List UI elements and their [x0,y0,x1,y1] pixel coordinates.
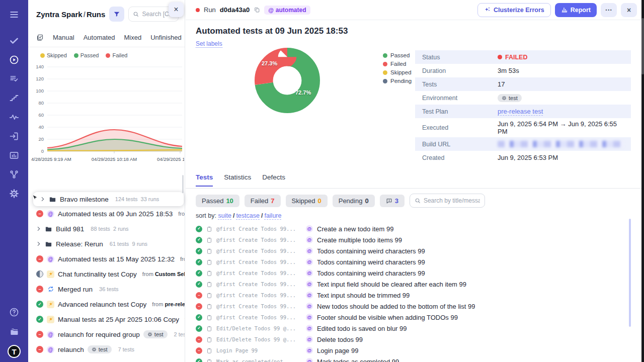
run-title: Automated tests at 09 Jun 2025 18:53 [196,26,348,36]
passed-percent-label: 72.7% [295,89,311,96]
more-button[interactable]: ··· [601,3,617,17]
run-row[interactable]: – @ Automated tests at 15 May 2025 12:32… [28,251,185,266]
chevron-right-icon[interactable] [36,241,41,246]
run-row[interactable]: ✓ Manual tests at 25 Apr 2025 10:06 Copy… [28,312,185,327]
filter-pending-button[interactable]: Pending0 [333,195,375,207]
report-button[interactable]: Report [555,3,597,17]
sort-by-failure-link[interactable]: failure [264,212,281,220]
test-row[interactable]: ✓ @first Create Todos 99... @ Create mul… [196,234,634,245]
passed-status-icon: ✓ [36,301,43,308]
test-row[interactable]: ✓ @first Create Todos 99... @ Todos cont… [196,267,634,279]
tests-search-input[interactable] [424,197,480,204]
tab-statistics[interactable]: Statistics [224,173,251,186]
play-circle-icon[interactable] [0,50,28,69]
tab-defects[interactable]: Defects [262,173,285,186]
set-labels-link[interactable]: Set labels [196,40,222,48]
test-row[interactable]: ✓ @first Create Todos 99... @ Create a n… [196,223,634,234]
check-icon[interactable] [0,31,28,50]
run-row[interactable]: – @ Automated tests at 09 Jun 2025 18:53… [28,206,185,221]
test-plan-link[interactable]: pre-release test [498,108,543,116]
filter-comments-button[interactable]: 3 [380,195,405,207]
test-row[interactable]: – Edit/Delete Todos 99 @... @ Delete tod… [196,334,634,345]
test-row[interactable]: ✓ @first Create Todos 99... @ Todos cont… [196,256,634,267]
runs-filter-tabs: Manual Automated Mixed Unfinished [28,28,185,47]
passed-status-icon: ✓ [196,281,202,288]
window-scrollbar-track[interactable] [641,0,644,362]
run-row-folder[interactable]: Release: Rerun 61 tests 9 runs [28,236,185,251]
clipboard-icon [206,336,212,343]
run-row[interactable]: – Merged run 36 tests [28,282,185,297]
clipboard-icon [206,325,212,332]
clusterize-errors-button[interactable]: Clusterize Errors [477,3,551,17]
folders-icon[interactable] [0,322,28,341]
legend-skipped: Skipped [40,52,67,58]
filter-skipped-button[interactable]: Skipped0 [286,195,328,207]
close-run-button[interactable]: × [621,3,637,17]
automated-icon: @ [306,225,313,232]
automated-icon: @ [306,247,313,254]
info-row-tests: Tests 17 [415,77,631,91]
run-header: Run d0da43a0 @automated Clusterize Error… [186,0,644,20]
tab-mixed[interactable]: Mixed [124,34,142,41]
sort-by-suite-link[interactable]: suite [218,212,231,220]
tab-manual[interactable]: Manual [53,34,74,41]
filter-button[interactable] [109,7,124,22]
chevron-right-icon[interactable] [40,197,45,202]
panel-scrollbar-thumb[interactable] [182,175,184,193]
run-row[interactable]: ✓ Advanced relaunch test Copy from pre-r… [28,297,185,312]
tests-search[interactable] [410,194,485,208]
svg-text:100: 100 [36,88,44,94]
run-name: Automated tests at 09 Jun 2025 18:53 [58,210,173,218]
help-icon[interactable] [0,303,28,322]
steps-icon[interactable] [0,88,28,108]
bar-chart-icon[interactable] [0,146,28,165]
mouse-cursor-icon [33,194,38,202]
test-row[interactable]: – Login Page 99 @ Login page 99 [196,345,634,356]
tab-automated[interactable]: Automated [84,34,115,41]
run-from: from plan 1 [180,256,185,262]
test-row[interactable]: ✓ Mark as completed/not ... @ Mark todos… [196,356,634,362]
branch-icon[interactable] [0,165,28,184]
filter-passed-button[interactable]: Passed10 [196,195,239,207]
settings-gear-icon[interactable] [0,184,28,203]
tab-unfinished[interactable]: Unfinished [150,34,181,41]
select-runs-icon[interactable] [36,34,44,41]
run-row[interactable]: – @ relaunch for required group test 2 t… [28,327,185,342]
copy-icon[interactable] [254,7,260,13]
automated-icon: @ [306,314,313,321]
menu-icon[interactable] [0,5,28,24]
suite-name: @first Create Todos 99... [216,259,302,265]
chevron-right-icon[interactable] [36,226,41,231]
run-meta: 7 tests [118,346,134,352]
pending-dot-icon [383,79,387,83]
list-check-icon[interactable] [0,69,28,88]
run-name: Merged run [58,286,93,293]
gear-icon [92,347,97,352]
svg-text:140: 140 [36,64,44,69]
window-scrollbar-thumb[interactable] [641,18,644,74]
tab-tests[interactable]: Tests [196,173,213,187]
run-row[interactable]: Chat functinality test Copy from Custom … [28,266,185,282]
app-logo[interactable]: T [8,345,21,358]
test-row[interactable]: – @first Create Todos 99... @ New todos … [196,301,634,312]
failed-status-icon: – [196,303,202,310]
info-row-environment: Environment test [415,91,631,105]
run-row-folder[interactable]: Build 981 88 tests 2 runs [28,221,185,236]
folder-icon [45,225,52,233]
test-row[interactable]: ✓ @first Create Todos 99... @ Footer sho… [196,312,634,323]
passed-dot-icon [74,53,78,58]
clipboard-icon [206,292,212,299]
sort-by-testcase-link[interactable]: testcase [236,212,260,220]
run-row-folder[interactable]: Bravo milestone 124 tests 33 runs [33,192,184,206]
test-row[interactable]: – @first Create Todos 99... @ Text input… [196,290,634,301]
run-row[interactable]: – @ relaunch test 7 tests [28,342,185,357]
activity-icon[interactable] [0,108,28,127]
test-row[interactable]: ✓ @first Create Todos 99... @ Text input… [196,279,634,290]
filter-failed-button[interactable]: Failed7 [245,195,281,207]
suite-name: @first Create Todos 99... [216,292,302,298]
test-row[interactable]: ✓ @first Create Todos 99... @ Todos cont… [196,245,634,256]
tests-scrollbar-thumb[interactable] [629,219,631,327]
sign-in-icon[interactable] [0,127,28,146]
test-row[interactable]: ✓ Edit/Delete Todos 99 @... @ Edited tod… [196,323,634,334]
panel-close-button[interactable]: × [169,2,184,17]
